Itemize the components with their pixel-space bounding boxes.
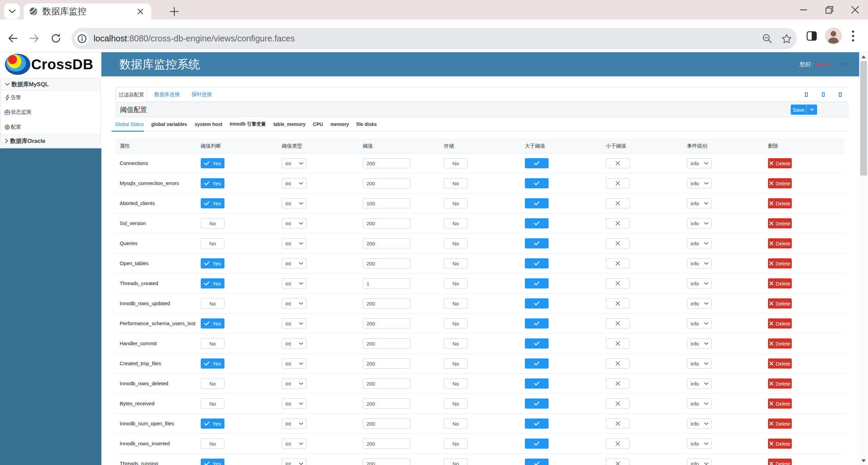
- less-than-button[interactable]: [606, 418, 630, 429]
- subtab-3[interactable]: Innodb 引擎变量: [226, 117, 270, 131]
- less-than-button[interactable]: [606, 398, 630, 409]
- subtab-0[interactable]: Global Status: [112, 117, 147, 131]
- subtab-5[interactable]: CPU: [309, 117, 327, 131]
- greater-than-button[interactable]: [525, 439, 549, 449]
- store-toggle-button[interactable]: No: [444, 459, 468, 465]
- threshold-input[interactable]: [363, 158, 410, 168]
- level-select[interactable]: info: [687, 178, 712, 188]
- level-select[interactable]: info: [687, 238, 712, 248]
- type-select[interactable]: int: [282, 298, 307, 309]
- type-select[interactable]: int: [282, 378, 307, 389]
- type-select[interactable]: int: [282, 318, 307, 329]
- judge-toggle-button[interactable]: Yes: [201, 358, 224, 369]
- greater-than-button[interactable]: [525, 198, 549, 208]
- judge-toggle-button[interactable]: No: [201, 218, 224, 228]
- store-toggle-button[interactable]: No: [444, 358, 468, 369]
- threshold-input[interactable]: [363, 238, 410, 248]
- scroll-down-button[interactable]: [859, 456, 868, 465]
- window-close-button[interactable]: [842, 0, 868, 19]
- tab-close-button[interactable]: [134, 5, 146, 18]
- delete-button[interactable]: Delete: [768, 398, 792, 409]
- greater-than-button[interactable]: [525, 218, 549, 228]
- store-toggle-button[interactable]: No: [444, 178, 468, 188]
- judge-toggle-button[interactable]: No: [201, 238, 224, 248]
- threshold-input[interactable]: [363, 439, 410, 449]
- level-select[interactable]: info: [687, 459, 712, 465]
- store-toggle-button[interactable]: No: [444, 258, 468, 268]
- type-select[interactable]: int: [282, 398, 307, 409]
- profile-avatar[interactable]: [824, 26, 843, 46]
- store-toggle-button[interactable]: No: [444, 298, 468, 309]
- bookmark-star-icon[interactable]: [781, 33, 792, 44]
- panel-toggle-icon[interactable]: [822, 92, 825, 97]
- greater-than-button[interactable]: [525, 378, 549, 389]
- delete-button[interactable]: Delete: [768, 318, 792, 329]
- greater-than-button[interactable]: [525, 178, 549, 188]
- less-than-button[interactable]: [606, 258, 630, 268]
- level-select[interactable]: info: [687, 318, 712, 329]
- delete-button[interactable]: Delete: [768, 158, 792, 168]
- side-panel-button[interactable]: [802, 26, 821, 46]
- delete-button[interactable]: Delete: [768, 258, 792, 268]
- greater-than-button[interactable]: [525, 318, 549, 329]
- judge-toggle-button[interactable]: Yes: [201, 278, 224, 289]
- delete-button[interactable]: Delete: [768, 218, 792, 228]
- greater-than-button[interactable]: [525, 338, 549, 349]
- level-select[interactable]: info: [687, 338, 712, 349]
- judge-toggle-button[interactable]: Yes: [201, 198, 224, 208]
- window-restore-button[interactable]: [816, 0, 842, 19]
- subtab-1[interactable]: global variables: [147, 117, 191, 131]
- threshold-input[interactable]: [363, 298, 410, 309]
- logout-link[interactable]: 退出: [841, 61, 849, 67]
- page-scrollbar[interactable]: [859, 52, 868, 465]
- delete-button[interactable]: Delete: [768, 278, 792, 289]
- less-than-button[interactable]: [606, 298, 630, 309]
- greater-than-button[interactable]: [525, 358, 549, 369]
- sidebar-item[interactable]: 配置: [1, 120, 100, 134]
- tab-search-button[interactable]: [4, 3, 20, 19]
- type-select[interactable]: int: [282, 198, 307, 208]
- level-select[interactable]: info: [687, 418, 712, 429]
- greater-than-button[interactable]: [525, 238, 549, 248]
- tab-db-connection[interactable]: 数据库连接: [154, 87, 180, 102]
- level-select[interactable]: info: [687, 158, 712, 168]
- threshold-input[interactable]: [363, 178, 410, 188]
- store-toggle-button[interactable]: No: [444, 378, 468, 389]
- type-select[interactable]: int: [282, 338, 307, 349]
- store-toggle-button[interactable]: No: [444, 338, 468, 349]
- site-info-button[interactable]: [75, 32, 89, 45]
- address-bar[interactable]: localhost:8080/cross-db-engine/views/con…: [72, 28, 797, 49]
- type-select[interactable]: int: [282, 258, 307, 268]
- subtab-4[interactable]: table_memory: [270, 117, 309, 131]
- judge-toggle-button[interactable]: No: [201, 439, 224, 449]
- judge-toggle-button[interactable]: Yes: [201, 158, 224, 168]
- level-select[interactable]: info: [687, 198, 712, 208]
- delete-button[interactable]: Delete: [768, 198, 792, 208]
- store-toggle-button[interactable]: No: [444, 238, 468, 248]
- delete-button[interactable]: Delete: [768, 418, 792, 429]
- less-than-button[interactable]: [606, 218, 630, 228]
- level-select[interactable]: info: [687, 218, 712, 228]
- type-select[interactable]: int: [282, 218, 307, 228]
- judge-toggle-button[interactable]: No: [201, 338, 224, 349]
- threshold-input[interactable]: [363, 278, 410, 289]
- subtab-2[interactable]: system host: [191, 117, 226, 131]
- level-select[interactable]: info: [687, 378, 712, 389]
- less-than-button[interactable]: [606, 278, 630, 289]
- judge-toggle-button[interactable]: Yes: [201, 258, 224, 268]
- browser-menu-button[interactable]: [846, 26, 861, 46]
- delete-button[interactable]: Delete: [768, 178, 792, 188]
- threshold-input[interactable]: [363, 198, 410, 208]
- level-select[interactable]: info: [687, 439, 712, 449]
- judge-toggle-button[interactable]: Yes: [201, 178, 224, 188]
- sidebar-item[interactable]: 告警: [1, 90, 100, 105]
- type-select[interactable]: int: [282, 439, 307, 449]
- store-toggle-button[interactable]: No: [444, 318, 468, 329]
- threshold-input[interactable]: [363, 398, 410, 409]
- type-select[interactable]: int: [282, 178, 307, 188]
- store-toggle-button[interactable]: No: [444, 439, 468, 449]
- subtab-7[interactable]: file disks: [353, 117, 380, 131]
- less-than-button[interactable]: [606, 338, 630, 349]
- less-than-button[interactable]: [606, 178, 630, 188]
- less-than-button[interactable]: [606, 439, 630, 449]
